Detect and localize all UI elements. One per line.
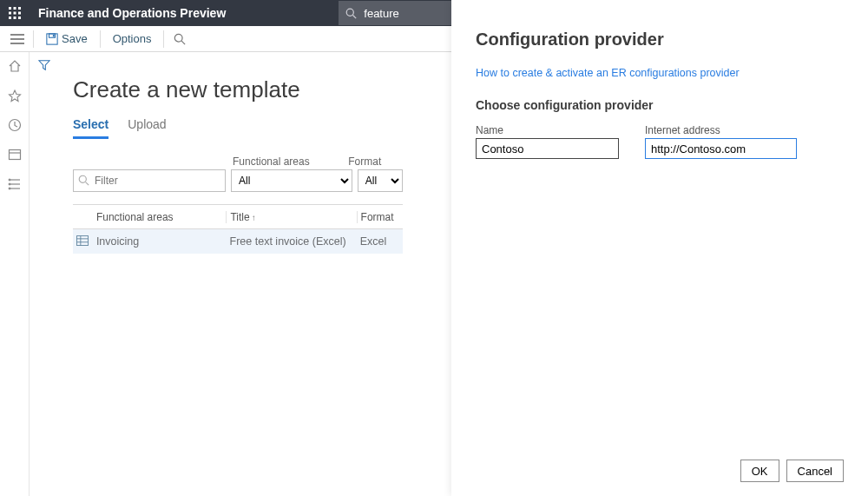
tab-select[interactable]: Select [73,117,108,139]
svg-line-18 [182,41,186,44]
rail-favorites-icon[interactable] [6,87,23,104]
svg-rect-7 [14,17,16,19]
col-title[interactable]: Title↑ [226,211,356,223]
rail-recent-icon[interactable] [6,116,23,134]
svg-rect-3 [9,12,11,15]
rail-modules-icon[interactable] [6,175,23,193]
svg-rect-6 [9,17,11,19]
cell-format: Excel [357,235,403,248]
functional-areas-select[interactable]: All [231,169,352,192]
save-label: Save [62,32,88,45]
search-icon [78,175,89,186]
table-row[interactable]: Invoicing Free text invoice (Excel) Exce… [73,229,403,254]
tab-upload[interactable]: Upload [128,117,166,139]
action-search-icon[interactable] [168,33,192,45]
panel-subtitle: Choose configuration provider [476,98,844,112]
label-functional-areas: Functional areas [233,155,348,169]
rail-home-icon[interactable] [6,57,23,75]
filter-pane-icon[interactable] [38,59,50,74]
svg-point-26 [9,183,10,185]
internet-address-label: Internet address [645,124,797,136]
app-launcher-icon[interactable] [0,0,30,26]
global-search-input[interactable] [362,6,457,21]
nav-menu-icon[interactable] [5,26,30,52]
svg-rect-16 [53,34,55,36]
svg-rect-20 [9,150,20,160]
svg-point-25 [9,179,10,181]
options-button[interactable]: Options [104,26,161,52]
svg-rect-2 [18,7,21,10]
internet-address-input[interactable] [645,138,797,159]
panel-help-link[interactable]: How to create & activate an ER configura… [476,67,844,79]
svg-rect-14 [47,33,57,43]
svg-line-29 [86,182,89,186]
svg-point-9 [347,9,354,16]
svg-rect-0 [9,7,11,10]
filter-input[interactable] [73,169,226,192]
label-format: Format [348,155,403,169]
svg-rect-30 [77,235,89,245]
save-button[interactable]: Save [37,26,96,52]
panel-title: Configuration provider [476,30,844,50]
name-label: Name [476,124,619,136]
svg-rect-5 [18,12,21,15]
cancel-button[interactable]: Cancel [786,460,844,482]
svg-point-17 [175,34,183,42]
name-input[interactable] [476,138,619,159]
format-select[interactable]: All [358,169,403,192]
page-title: Create a new template [73,76,403,103]
svg-rect-8 [18,17,21,19]
svg-rect-1 [14,7,16,10]
svg-rect-4 [14,12,16,15]
ok-button[interactable]: OK [740,460,779,482]
svg-point-28 [79,175,86,182]
row-type-icon [73,235,93,248]
app-title: Finance and Operations Preview [30,6,234,20]
col-functional-areas[interactable]: Functional areas [93,211,227,223]
sort-asc-icon: ↑ [252,213,256,222]
cell-functional-areas: Invoicing [93,235,227,248]
rail-workspaces-icon[interactable] [6,146,23,163]
grid-header: Functional areas Title↑ Format [73,205,403,229]
svg-point-27 [9,188,10,189]
global-search[interactable] [339,1,464,25]
col-format[interactable]: Format [357,211,403,223]
save-icon [46,33,58,45]
cell-title: Free text invoice (Excel) [227,235,357,248]
configuration-provider-panel: Configuration provider How to create & a… [451,0,868,496]
options-label: Options [113,32,152,45]
search-icon [345,8,357,19]
svg-line-10 [353,15,357,18]
